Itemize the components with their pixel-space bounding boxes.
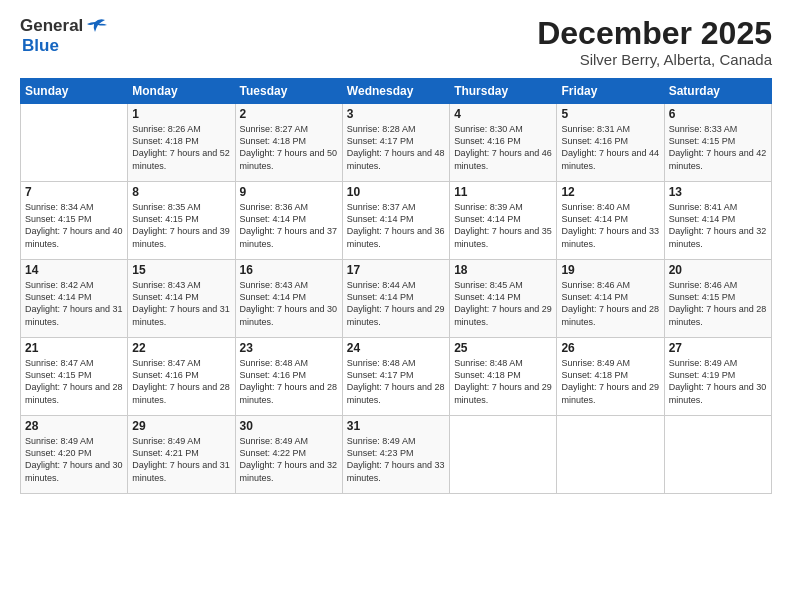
day-number: 13 <box>669 185 767 199</box>
day-number: 30 <box>240 419 338 433</box>
day-number: 11 <box>454 185 552 199</box>
day-number: 31 <box>347 419 445 433</box>
table-row: 30Sunrise: 8:49 AMSunset: 4:22 PMDayligh… <box>235 416 342 494</box>
day-info: Sunrise: 8:43 AMSunset: 4:14 PMDaylight:… <box>132 280 230 326</box>
day-info: Sunrise: 8:49 AMSunset: 4:21 PMDaylight:… <box>132 436 230 482</box>
day-number: 16 <box>240 263 338 277</box>
calendar-header-row: Sunday Monday Tuesday Wednesday Thursday… <box>21 79 772 104</box>
table-row <box>557 416 664 494</box>
day-number: 23 <box>240 341 338 355</box>
table-row: 2Sunrise: 8:27 AMSunset: 4:18 PMDaylight… <box>235 104 342 182</box>
day-number: 12 <box>561 185 659 199</box>
day-number: 10 <box>347 185 445 199</box>
day-info: Sunrise: 8:47 AMSunset: 4:16 PMDaylight:… <box>132 358 230 404</box>
day-info: Sunrise: 8:42 AMSunset: 4:14 PMDaylight:… <box>25 280 123 326</box>
calendar-week-row: 1Sunrise: 8:26 AMSunset: 4:18 PMDaylight… <box>21 104 772 182</box>
day-number: 1 <box>132 107 230 121</box>
day-number: 29 <box>132 419 230 433</box>
day-info: Sunrise: 8:41 AMSunset: 4:14 PMDaylight:… <box>669 202 767 248</box>
table-row: 4Sunrise: 8:30 AMSunset: 4:16 PMDaylight… <box>450 104 557 182</box>
table-row: 9Sunrise: 8:36 AMSunset: 4:14 PMDaylight… <box>235 182 342 260</box>
day-number: 2 <box>240 107 338 121</box>
day-info: Sunrise: 8:30 AMSunset: 4:16 PMDaylight:… <box>454 124 552 170</box>
day-info: Sunrise: 8:46 AMSunset: 4:14 PMDaylight:… <box>561 280 659 326</box>
day-info: Sunrise: 8:39 AMSunset: 4:14 PMDaylight:… <box>454 202 552 248</box>
table-row <box>450 416 557 494</box>
day-number: 4 <box>454 107 552 121</box>
day-info: Sunrise: 8:43 AMSunset: 4:14 PMDaylight:… <box>240 280 338 326</box>
table-row: 8Sunrise: 8:35 AMSunset: 4:15 PMDaylight… <box>128 182 235 260</box>
table-row: 24Sunrise: 8:48 AMSunset: 4:17 PMDayligh… <box>342 338 449 416</box>
day-number: 5 <box>561 107 659 121</box>
day-number: 3 <box>347 107 445 121</box>
day-info: Sunrise: 8:49 AMSunset: 4:18 PMDaylight:… <box>561 358 659 404</box>
table-row: 15Sunrise: 8:43 AMSunset: 4:14 PMDayligh… <box>128 260 235 338</box>
day-number: 18 <box>454 263 552 277</box>
table-row: 11Sunrise: 8:39 AMSunset: 4:14 PMDayligh… <box>450 182 557 260</box>
day-info: Sunrise: 8:49 AMSunset: 4:19 PMDaylight:… <box>669 358 767 404</box>
calendar-week-row: 7Sunrise: 8:34 AMSunset: 4:15 PMDaylight… <box>21 182 772 260</box>
day-info: Sunrise: 8:45 AMSunset: 4:14 PMDaylight:… <box>454 280 552 326</box>
table-row: 19Sunrise: 8:46 AMSunset: 4:14 PMDayligh… <box>557 260 664 338</box>
table-row: 23Sunrise: 8:48 AMSunset: 4:16 PMDayligh… <box>235 338 342 416</box>
day-info: Sunrise: 8:44 AMSunset: 4:14 PMDaylight:… <box>347 280 445 326</box>
day-number: 25 <box>454 341 552 355</box>
table-row: 27Sunrise: 8:49 AMSunset: 4:19 PMDayligh… <box>664 338 771 416</box>
logo-blue: Blue <box>22 36 59 56</box>
col-monday: Monday <box>128 79 235 104</box>
day-number: 20 <box>669 263 767 277</box>
header: General Blue December 2025 Silver Berry,… <box>20 16 772 68</box>
day-number: 24 <box>347 341 445 355</box>
day-number: 8 <box>132 185 230 199</box>
day-info: Sunrise: 8:46 AMSunset: 4:15 PMDaylight:… <box>669 280 767 326</box>
day-info: Sunrise: 8:26 AMSunset: 4:18 PMDaylight:… <box>132 124 230 170</box>
day-info: Sunrise: 8:33 AMSunset: 4:15 PMDaylight:… <box>669 124 767 170</box>
logo-general: General <box>20 16 83 36</box>
month-title: December 2025 <box>537 16 772 51</box>
day-info: Sunrise: 8:28 AMSunset: 4:17 PMDaylight:… <box>347 124 445 170</box>
day-number: 17 <box>347 263 445 277</box>
logo-bird-icon <box>85 18 107 34</box>
day-number: 26 <box>561 341 659 355</box>
col-saturday: Saturday <box>664 79 771 104</box>
calendar-week-row: 14Sunrise: 8:42 AMSunset: 4:14 PMDayligh… <box>21 260 772 338</box>
day-number: 15 <box>132 263 230 277</box>
day-number: 22 <box>132 341 230 355</box>
calendar-week-row: 28Sunrise: 8:49 AMSunset: 4:20 PMDayligh… <box>21 416 772 494</box>
col-friday: Friday <box>557 79 664 104</box>
day-number: 21 <box>25 341 123 355</box>
day-info: Sunrise: 8:34 AMSunset: 4:15 PMDaylight:… <box>25 202 123 248</box>
day-number: 19 <box>561 263 659 277</box>
table-row: 25Sunrise: 8:48 AMSunset: 4:18 PMDayligh… <box>450 338 557 416</box>
table-row: 22Sunrise: 8:47 AMSunset: 4:16 PMDayligh… <box>128 338 235 416</box>
table-row: 16Sunrise: 8:43 AMSunset: 4:14 PMDayligh… <box>235 260 342 338</box>
table-row: 10Sunrise: 8:37 AMSunset: 4:14 PMDayligh… <box>342 182 449 260</box>
day-info: Sunrise: 8:37 AMSunset: 4:14 PMDaylight:… <box>347 202 445 248</box>
day-info: Sunrise: 8:35 AMSunset: 4:15 PMDaylight:… <box>132 202 230 248</box>
day-info: Sunrise: 8:40 AMSunset: 4:14 PMDaylight:… <box>561 202 659 248</box>
col-tuesday: Tuesday <box>235 79 342 104</box>
day-info: Sunrise: 8:48 AMSunset: 4:18 PMDaylight:… <box>454 358 552 404</box>
logo: General Blue <box>20 16 107 56</box>
table-row: 12Sunrise: 8:40 AMSunset: 4:14 PMDayligh… <box>557 182 664 260</box>
table-row <box>21 104 128 182</box>
table-row <box>664 416 771 494</box>
title-block: December 2025 Silver Berry, Alberta, Can… <box>537 16 772 68</box>
col-thursday: Thursday <box>450 79 557 104</box>
day-number: 14 <box>25 263 123 277</box>
day-number: 28 <box>25 419 123 433</box>
day-number: 27 <box>669 341 767 355</box>
col-sunday: Sunday <box>21 79 128 104</box>
table-row: 7Sunrise: 8:34 AMSunset: 4:15 PMDaylight… <box>21 182 128 260</box>
table-row: 18Sunrise: 8:45 AMSunset: 4:14 PMDayligh… <box>450 260 557 338</box>
col-wednesday: Wednesday <box>342 79 449 104</box>
calendar-week-row: 21Sunrise: 8:47 AMSunset: 4:15 PMDayligh… <box>21 338 772 416</box>
table-row: 14Sunrise: 8:42 AMSunset: 4:14 PMDayligh… <box>21 260 128 338</box>
day-info: Sunrise: 8:49 AMSunset: 4:23 PMDaylight:… <box>347 436 445 482</box>
table-row: 29Sunrise: 8:49 AMSunset: 4:21 PMDayligh… <box>128 416 235 494</box>
day-number: 9 <box>240 185 338 199</box>
table-row: 17Sunrise: 8:44 AMSunset: 4:14 PMDayligh… <box>342 260 449 338</box>
table-row: 20Sunrise: 8:46 AMSunset: 4:15 PMDayligh… <box>664 260 771 338</box>
table-row: 26Sunrise: 8:49 AMSunset: 4:18 PMDayligh… <box>557 338 664 416</box>
location: Silver Berry, Alberta, Canada <box>537 51 772 68</box>
